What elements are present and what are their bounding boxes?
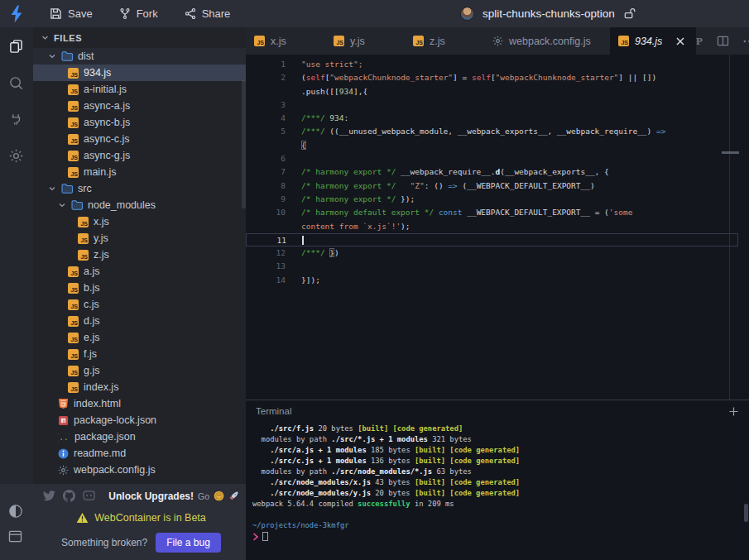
unlock-upgrades-link[interactable]: Unlock Upgrades! Go: [108, 491, 239, 502]
html-file-icon: [58, 398, 69, 409]
new-terminal-icon[interactable]: [728, 406, 739, 417]
tree-item-readme.md[interactable]: readme.md: [33, 445, 246, 462]
twitter-icon[interactable]: [43, 490, 55, 502]
tree-item-index.html[interactable]: index.html: [33, 395, 246, 412]
terminal-output[interactable]: ./src/f.js 20 bytes [built] [code genera…: [246, 422, 749, 542]
terminal-prompt[interactable]: [252, 531, 749, 542]
terminal-token: ./src/a.js + 1 modules: [270, 446, 367, 454]
more-options-icon[interactable]: [743, 40, 749, 43]
editor-scrollbar-track[interactable]: [729, 55, 730, 400]
line-number: 13: [246, 260, 291, 273]
tree-item-f.js[interactable]: JSf.js: [33, 346, 246, 362]
workbench: FILES distJS934.jsJSa-initial.jsJSasync-…: [0, 27, 749, 560]
tree-item-934.js[interactable]: JS934.js: [33, 65, 246, 81]
user-avatar[interactable]: [460, 7, 474, 21]
terminal-scrollbar[interactable]: [744, 504, 748, 522]
code-line[interactable]: 6: [246, 152, 738, 165]
search-icon[interactable]: [8, 75, 25, 92]
panel-icon[interactable]: [8, 530, 25, 547]
code-line[interactable]: 12/***/ }): [246, 246, 738, 260]
files-section-header[interactable]: FILES: [33, 27, 246, 48]
github-icon[interactable]: [63, 490, 75, 502]
tab-webpack.config.js[interactable]: webpack.config.js: [484, 27, 610, 55]
plug-icon[interactable]: [8, 112, 25, 128]
tree-item-main.js[interactable]: JSmain.js: [33, 164, 246, 180]
code-token: .push([[: [301, 87, 339, 96]
stackblitz-logo[interactable]: [0, 0, 33, 27]
tree-item-y.js[interactable]: JSy.js: [33, 230, 246, 246]
code-text: /* harmony export */ "Z": () => (__WEBPA…: [291, 179, 738, 193]
code-line[interactable]: 11: [246, 233, 738, 246]
tree-item-async-a.js[interactable]: JSasync-a.js: [33, 98, 246, 114]
editor-scrollbar-thumb[interactable]: [722, 151, 739, 154]
files-icon[interactable]: [8, 39, 25, 55]
tree-item-webpack.config.js[interactable]: webpack.config.js: [33, 462, 246, 478]
code-line[interactable]: 13: [246, 260, 738, 273]
code-line[interactable]: 2(self["webpackChunknode_starter"] = sel…: [246, 71, 738, 84]
tree-item-package.json[interactable]: {..}package.json: [33, 428, 246, 445]
tree-item-c.js[interactable]: JSc.js: [33, 296, 246, 313]
code-token: : (): [425, 181, 449, 190]
tab-label: y.js: [350, 36, 365, 47]
close-tab-icon[interactable]: [676, 37, 684, 45]
code-editor[interactable]: 1"use strict";2(self["webpackChunknode_s…: [246, 55, 749, 400]
prettier-icon[interactable]: P: [696, 35, 703, 48]
code-line[interactable]: {: [246, 139, 738, 152]
lock-open-icon[interactable]: [623, 7, 636, 20]
terminal-line: ./src/node_modules/y.js 20 bytes [built]…: [252, 488, 749, 499]
tree-item-a.js[interactable]: JSa.js: [33, 263, 246, 280]
file-a-bug-button[interactable]: File a bug: [156, 533, 221, 553]
tree-item-a-initial.js[interactable]: JSa-initial.js: [33, 81, 246, 98]
tree-item-node_modules[interactable]: node_modules: [33, 197, 246, 213]
tab-x.js[interactable]: JSx.js: [246, 27, 325, 55]
json-file-icon: {..}: [58, 432, 70, 443]
tree-item-package-lock.json[interactable]: package-lock.json: [33, 412, 246, 428]
terminal-token: 185 bytes: [367, 446, 415, 454]
code-token: /***/: [301, 127, 329, 136]
tree-item-x.js[interactable]: JSx.js: [33, 213, 246, 230]
split-editor-icon[interactable]: [717, 36, 729, 46]
settings-icon[interactable]: [8, 148, 25, 165]
code-text: content from `x.js`!');: [291, 220, 738, 233]
contrast-icon[interactable]: [8, 504, 25, 520]
tree-item-src[interactable]: src: [33, 180, 246, 197]
tree-item-index.js[interactable]: JSindex.js: [33, 379, 246, 395]
tree-item-label: 934.js: [84, 67, 111, 79]
tree-item-async-c.js[interactable]: JSasync-c.js: [33, 131, 246, 147]
tree-item-label: dist: [78, 50, 94, 62]
tree-item-d.js[interactable]: JSd.js: [33, 313, 246, 329]
broken-text: Something broken?: [61, 537, 147, 548]
tab-934.js[interactable]: JS934.js: [610, 27, 696, 55]
code-line[interactable]: content from `x.js`!');: [246, 220, 738, 233]
share-button[interactable]: Share: [185, 7, 231, 20]
tree-item-async-g.js[interactable]: JSasync-g.js: [33, 147, 246, 164]
tree-item-e.js[interactable]: JSe.js: [33, 329, 246, 346]
code-text: "use strict";: [291, 58, 738, 71]
tab-z.js[interactable]: JSz.js: [405, 27, 484, 55]
code-line[interactable]: 14}]);: [246, 274, 738, 287]
code-line[interactable]: 4/***/ 934:: [246, 112, 738, 125]
terminal-token: in 209 ms: [411, 500, 454, 508]
tree-item-async-b.js[interactable]: JSasync-b.js: [33, 114, 246, 131]
tree-item-dist[interactable]: dist: [33, 48, 246, 65]
line-number: 9: [246, 193, 291, 206]
tree-item-z.js[interactable]: JSz.js: [33, 246, 246, 263]
tab-y.js[interactable]: JSy.js: [325, 27, 405, 55]
code-line[interactable]: .push([[934],{: [246, 85, 738, 98]
chevron-down-icon: [48, 52, 56, 60]
save-button[interactable]: Save: [50, 7, 93, 20]
code-line[interactable]: 10/* harmony default export */ const __W…: [246, 206, 738, 219]
js-file-icon: JS: [618, 36, 629, 46]
tree-item-g.js[interactable]: JSg.js: [33, 362, 246, 379]
tree-item-b.js[interactable]: JSb.js: [33, 280, 246, 296]
code-line[interactable]: 7/* harmony export */ __webpack_require_…: [246, 165, 738, 179]
code-line[interactable]: 1"use strict";: [246, 58, 738, 71]
fork-button[interactable]: Fork: [119, 7, 158, 20]
discord-icon[interactable]: [83, 490, 95, 502]
code-line[interactable]: 8/* harmony export */ "Z": () => (__WEBP…: [246, 179, 738, 193]
code-line[interactable]: 5/***/ ((__unused_webpack_module, __webp…: [246, 125, 738, 138]
line-number: 8: [246, 179, 291, 193]
code-token: || []): [623, 73, 656, 82]
code-line[interactable]: 3: [246, 98, 738, 112]
code-line[interactable]: 9/* harmony export */ });: [246, 193, 738, 206]
